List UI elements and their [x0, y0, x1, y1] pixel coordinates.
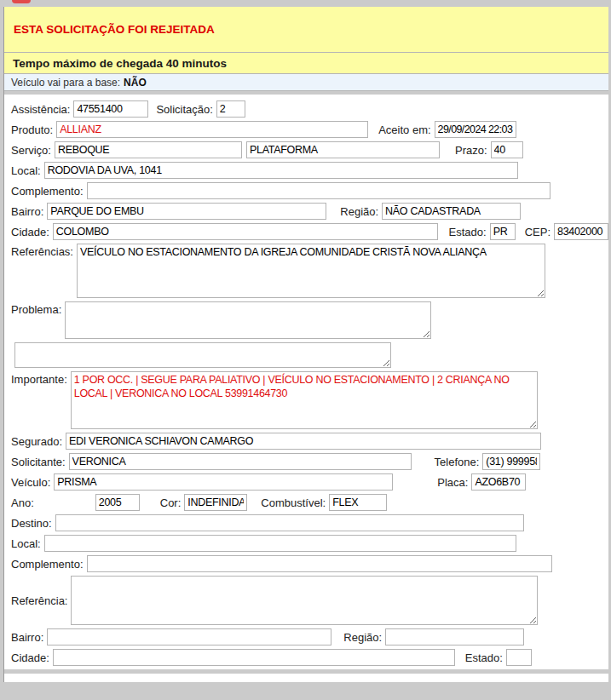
placa-input[interactable] [471, 473, 526, 491]
row-destino: Destino: [11, 514, 608, 531]
vehicle-to-base-bar: Veículo vai para a base: NÃO [4, 74, 608, 91]
cidade-input[interactable] [53, 223, 438, 240]
assistencia-label: Assistência: [11, 103, 70, 116]
problema-label: Problema: [11, 301, 61, 316]
estado-label: Estado: [449, 226, 487, 238]
referencias-textarea[interactable]: VEÍCULO NO ESTACIONAMENTO DA IGREJA COMU… [77, 244, 545, 298]
local-destino-input[interactable] [44, 535, 516, 552]
row-bairro-destino: Bairro: Região: [11, 628, 608, 645]
bairro-label: Bairro: [11, 205, 43, 218]
solicitacao-label: Solicitação: [156, 103, 212, 116]
vehicle-to-base-value: NÃO [124, 77, 147, 89]
row-complemento: Complemento: [11, 182, 608, 199]
row-referencias: Referências: VEÍCULO NO ESTACIONAMENTO D… [11, 244, 608, 298]
telefone-input[interactable] [482, 453, 540, 470]
prazo-label: Prazo: [455, 144, 487, 157]
produto-input[interactable] [56, 121, 368, 138]
importante-label: Importante: [11, 371, 67, 386]
row-produto: Produto: Aceito em: [11, 121, 608, 138]
row-solicitante: Solicitante: Telefone: [11, 453, 608, 470]
row-observacao [11, 342, 608, 368]
max-arrival-time-banner: Tempo máximo de chegada 40 minutos [4, 53, 608, 74]
cidade-destino-input[interactable] [53, 649, 455, 666]
cep-label: CEP: [525, 226, 550, 238]
row-referencia-destino: Referência: [11, 576, 608, 625]
bairro-destino-input[interactable] [47, 628, 331, 645]
cor-label: Cor: [160, 496, 182, 509]
next-section-edge [4, 674, 608, 682]
row-assistencia: Assistência: Solicitação: [11, 100, 608, 118]
referencias-label: Referências: [11, 244, 73, 258]
cidade-destino-label: Cidade: [11, 651, 49, 664]
row-veiculo: Veículo: Placa: [11, 473, 608, 491]
cep-input[interactable] [554, 223, 608, 240]
row-servico: Serviço: Prazo: [11, 141, 608, 158]
cor-input[interactable] [184, 494, 247, 511]
regiao-destino-label: Região: [343, 631, 382, 644]
aceito-em-label: Aceito em: [378, 123, 430, 136]
aceito-em-input[interactable] [435, 121, 516, 138]
row-local: Local: [11, 162, 608, 179]
telefone-label: Telefone: [435, 456, 480, 468]
solicitation-page: ESTA SOLICITAÇÃO FOI REJEITADA Tempo máx… [0, 0, 611, 700]
vehicle-to-base-label: Veículo vai para a base: [11, 77, 120, 89]
bairro-destino-label: Bairro: [11, 631, 43, 644]
row-problema: Problema: [11, 301, 608, 339]
ano-label: Ano: [11, 496, 34, 509]
referencia-destino-textarea[interactable] [71, 576, 538, 625]
segurado-label: Segurado: [11, 435, 62, 448]
row-importante: Importante: 1 POR OCC. | SEGUE PARA PALI… [11, 371, 608, 429]
red-tab-icon [12, 0, 31, 3]
destino-input[interactable] [55, 514, 524, 531]
complemento-destino-input[interactable] [87, 555, 552, 572]
row-ano: Ano: Cor: Combustível: [11, 494, 608, 511]
problema-textarea[interactable] [65, 301, 431, 339]
importante-textarea[interactable]: 1 POR OCC. | SEGUE PARA PALIATIVO | VEÍC… [71, 371, 538, 429]
prazo-input[interactable] [491, 141, 523, 158]
veiculo-input[interactable] [54, 473, 393, 491]
local-input[interactable] [44, 162, 518, 179]
row-cidade-destino: Cidade: Estado: [11, 649, 608, 666]
cidade-label: Cidade: [11, 226, 49, 238]
local-destino-label: Local: [11, 537, 41, 550]
regiao-input[interactable] [382, 203, 521, 220]
servico-label: Serviço: [11, 144, 51, 157]
row-segurado: Segurado: [11, 433, 608, 450]
row-local-destino: Local: [11, 535, 608, 552]
content-panel: ESTA SOLICITAÇÃO FOI REJEITADA Tempo máx… [3, 7, 608, 682]
observacao-textarea[interactable] [14, 342, 391, 368]
solicitante-label: Solicitante: [11, 456, 66, 468]
regiao-label: Região: [340, 205, 378, 218]
segurado-input[interactable] [66, 433, 541, 450]
regiao-destino-input[interactable] [385, 628, 524, 645]
rejected-banner-text: ESTA SOLICITAÇÃO FOI REJEITADA [14, 23, 215, 36]
max-arrival-time-text: Tempo máximo de chegada 40 minutos [13, 57, 227, 70]
servico-input[interactable] [55, 141, 242, 158]
rejected-banner: ESTA SOLICITAÇÃO FOI REJEITADA [4, 7, 608, 53]
referencia-destino-label: Referência: [11, 594, 67, 607]
combustivel-input[interactable] [329, 494, 387, 511]
placa-label: Placa: [437, 476, 468, 489]
estado-destino-input[interactable] [506, 649, 532, 666]
solicitante-input[interactable] [69, 453, 412, 470]
complemento-input[interactable] [87, 182, 550, 199]
row-complemento-destino: Complemento: [11, 555, 608, 572]
destino-label: Destino: [11, 517, 52, 530]
complemento-label: Complemento: [11, 185, 84, 198]
assistencia-input[interactable] [73, 100, 148, 118]
estado-destino-label: Estado: [465, 651, 503, 664]
servico-tipo-input[interactable] [246, 141, 440, 158]
produto-label: Produto: [11, 123, 53, 136]
ano-input[interactable] [95, 494, 140, 511]
assistance-form: Assistência: Solicitação: Produto: Aceit… [4, 95, 608, 666]
combustivel-label: Combustível: [261, 496, 326, 509]
bairro-input[interactable] [47, 203, 326, 220]
estado-input[interactable] [490, 223, 516, 240]
veiculo-label: Veículo: [11, 476, 50, 489]
solicitacao-input[interactable] [216, 100, 245, 118]
row-bairro: Bairro: Região: [11, 203, 608, 220]
local-label: Local: [11, 164, 41, 177]
row-cidade: Cidade: Estado: CEP: [11, 223, 608, 240]
complemento-destino-label: Complemento: [11, 558, 84, 571]
